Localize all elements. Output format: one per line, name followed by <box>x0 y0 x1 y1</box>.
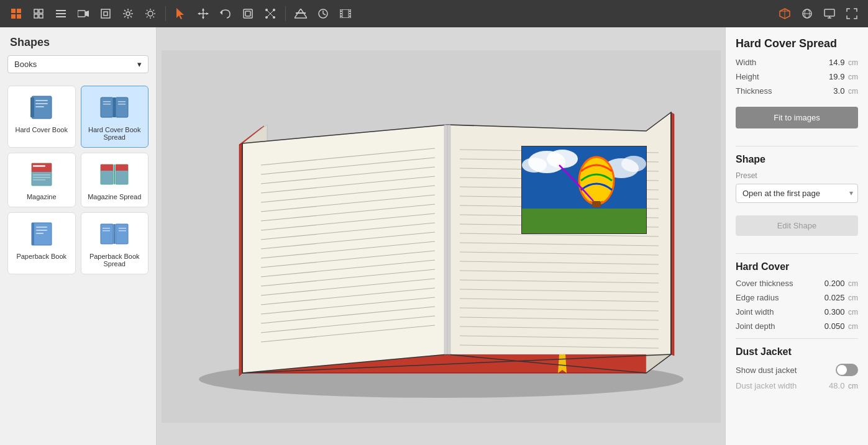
shape-item-paperback-book-spread[interactable]: Paperback Book Spread <box>81 212 149 274</box>
svg-marker-32 <box>220 10 222 15</box>
joint-width-row: Joint width 0.300 cm <box>736 307 858 317</box>
svg-marker-170 <box>444 125 450 354</box>
move-icon[interactable] <box>193 4 213 24</box>
svg-rect-6 <box>34 14 38 18</box>
svg-rect-92 <box>101 224 113 244</box>
dust-jacket-width-row: Dust jacket width 48.0 cm <box>736 381 858 390</box>
undo-icon[interactable] <box>216 4 235 24</box>
hard-cover-book-spread-icon <box>99 92 129 122</box>
shape-item-magazine-spread[interactable]: Magazine Spread <box>81 153 149 207</box>
hard-cover-title: Hard Cover <box>736 261 858 272</box>
svg-line-23 <box>153 10 155 11</box>
app-icon[interactable] <box>6 4 26 24</box>
joint-width-label: Joint width <box>736 307 774 317</box>
height-label: Height <box>736 72 759 81</box>
screen-icon[interactable] <box>820 4 839 24</box>
svg-point-16 <box>148 11 153 16</box>
svg-rect-4 <box>34 9 38 13</box>
svg-rect-5 <box>39 9 43 13</box>
sphere-icon[interactable] <box>797 4 817 24</box>
shape-item-hard-cover-book-spread[interactable]: Hard Cover Book Spread <box>81 86 149 148</box>
box-3d-icon[interactable] <box>775 4 795 24</box>
edge-radius-value-group: 0.025 cm <box>825 293 858 302</box>
cover-thickness-unit: cm <box>848 279 858 288</box>
clock-icon[interactable] <box>313 4 333 24</box>
chevron-down-icon: ▾ <box>137 60 142 69</box>
joint-width-value-group: 0.300 cm <box>825 307 858 317</box>
thickness-label: Thickness <box>736 86 772 96</box>
divider-1 <box>736 146 858 146</box>
svg-rect-85 <box>116 164 128 171</box>
thickness-value-group: 3.0 cm <box>833 86 858 96</box>
svg-rect-89 <box>36 227 47 228</box>
cursor-icon[interactable] <box>171 4 191 24</box>
main-layout: Shapes Books ▾ Hard Cover Book <box>0 27 868 445</box>
category-dropdown[interactable]: Books ▾ <box>7 55 148 73</box>
video-icon[interactable] <box>73 4 93 24</box>
separator-2 <box>285 6 286 21</box>
canvas-area[interactable] <box>157 27 725 445</box>
fit-to-images-button[interactable]: Fit to images <box>736 107 858 128</box>
shape-section-title: Shape <box>736 154 858 165</box>
width-row: Width 14.9 cm <box>736 58 858 67</box>
sun-icon[interactable] <box>140 4 160 24</box>
hard-cover-book-icon <box>27 92 57 122</box>
dust-jacket-width-label: Dust jacket width <box>736 381 797 390</box>
svg-rect-69 <box>101 97 113 117</box>
right-panel: Hard Cover Spread Width 14.9 cm Height 1… <box>725 27 868 445</box>
preset-dropdown[interactable]: Open at the first page Closed Open at th… <box>736 184 858 203</box>
svg-rect-72 <box>103 101 111 102</box>
shape-item-hard-cover-book[interactable]: Hard Cover Book <box>7 86 76 148</box>
joint-depth-value: 0.050 <box>825 321 845 331</box>
edge-radius-value: 0.025 <box>825 293 845 302</box>
shape-label: Magazine Spread <box>88 193 141 200</box>
capture-icon[interactable] <box>96 4 116 24</box>
settings-icon[interactable] <box>118 4 138 24</box>
svg-rect-73 <box>103 104 111 105</box>
svg-marker-25 <box>176 8 184 19</box>
svg-rect-98 <box>119 230 126 231</box>
preset-label: Preset <box>736 171 858 180</box>
joint-depth-value-group: 0.050 cm <box>825 321 858 331</box>
svg-rect-78 <box>33 165 45 167</box>
nodes-icon[interactable] <box>260 4 280 24</box>
cover-thickness-label: Cover thickness <box>736 279 793 288</box>
svg-line-24 <box>147 17 148 18</box>
shape-label: Hard Cover Book Spread <box>86 126 144 141</box>
edit-shape-button: Edit Shape <box>736 215 858 236</box>
shape-label: Magazine <box>27 193 57 200</box>
cover-thickness-row: Cover thickness 0.200 cm <box>736 279 858 288</box>
canvas-content <box>157 27 725 445</box>
svg-rect-70 <box>116 97 128 117</box>
shape-item-paperback-book[interactable]: Paperback Book <box>7 212 76 274</box>
dust-jacket-toggle[interactable] <box>836 364 858 376</box>
shape-item-magazine[interactable]: Magazine <box>7 153 76 207</box>
divider-3 <box>736 338 858 339</box>
dust-jacket-width-value: 48.0 <box>829 381 844 390</box>
grid-icon[interactable] <box>29 4 48 24</box>
svg-rect-96 <box>103 230 110 231</box>
menu-icon[interactable] <box>51 4 71 24</box>
joint-depth-unit: cm <box>848 322 858 331</box>
layers-icon[interactable] <box>238 4 258 24</box>
film-icon[interactable] <box>336 4 355 24</box>
show-dust-jacket-label: Show dust jacket <box>736 366 797 375</box>
svg-rect-51 <box>340 16 342 17</box>
shape-label: Hard Cover Book <box>16 126 68 133</box>
svg-marker-31 <box>206 12 209 15</box>
svg-rect-80 <box>33 177 50 178</box>
platform-icon[interactable] <box>291 4 311 24</box>
svg-rect-97 <box>119 228 126 229</box>
svg-rect-77 <box>32 163 52 172</box>
svg-rect-71 <box>113 97 116 117</box>
edge-radius-row: Edge radius 0.025 cm <box>736 293 858 302</box>
divider-2 <box>736 253 858 254</box>
svg-marker-104 <box>242 125 447 373</box>
svg-marker-12 <box>85 11 89 17</box>
shapes-grid: Hard Cover Book Hard Cover Book Spread <box>0 81 156 279</box>
expand-icon[interactable] <box>842 4 862 24</box>
svg-rect-13 <box>101 9 110 18</box>
joint-width-unit: cm <box>848 308 858 317</box>
toolbar <box>0 0 868 27</box>
svg-rect-74 <box>118 101 126 102</box>
